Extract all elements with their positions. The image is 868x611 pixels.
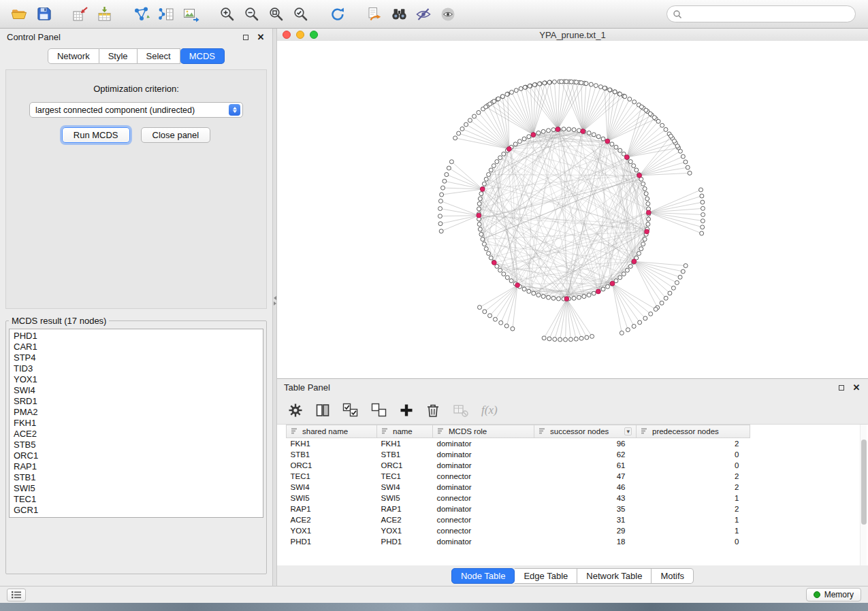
table-cell: 2 xyxy=(637,438,750,449)
select-stepper-icon xyxy=(229,104,240,116)
table-row[interactable]: PHD1PHD1dominator180 xyxy=(287,536,750,547)
scrollbar-thumb[interactable] xyxy=(861,440,867,525)
table-close-icon[interactable]: ✕ xyxy=(852,383,861,393)
column-header-name[interactable]: name xyxy=(377,425,433,438)
table-row[interactable]: TEC1TEC1connector472 xyxy=(287,471,750,482)
table-cell: TEC1 xyxy=(377,471,433,482)
window-minimize-icon[interactable] xyxy=(296,31,304,39)
table-row[interactable]: FKH1FKH1dominator962 xyxy=(287,438,750,449)
zoom-selected-button[interactable] xyxy=(289,3,313,26)
window-zoom-icon[interactable] xyxy=(310,31,318,39)
import-table-button[interactable] xyxy=(93,3,117,26)
memory-button[interactable]: Memory xyxy=(806,588,861,601)
control-panel-title: Control Panel xyxy=(7,32,236,42)
select-all-button[interactable] xyxy=(341,401,360,419)
search-box[interactable] xyxy=(666,5,856,22)
tab-edge-table[interactable]: Edge Table xyxy=(515,568,577,584)
memory-label: Memory xyxy=(824,590,854,599)
tab-network[interactable]: Network xyxy=(48,48,99,64)
open-session-button[interactable] xyxy=(7,3,31,26)
table-row[interactable]: STB1STB1dominator620 xyxy=(287,449,750,460)
tab-select[interactable]: Select xyxy=(138,48,180,64)
task-history-button[interactable] xyxy=(7,589,26,601)
column-header-shared-name[interactable]: shared name xyxy=(287,425,377,438)
deselect-all-button[interactable] xyxy=(370,401,389,419)
table-panel: Table Panel ✕ xyxy=(277,379,868,586)
mcds-result-item[interactable]: ORC1 xyxy=(10,450,263,461)
table-settings-button[interactable] xyxy=(287,401,304,419)
run-mcds-button[interactable]: Run MCDS xyxy=(62,127,130,143)
delete-column-button[interactable] xyxy=(424,401,442,419)
mcds-result-item[interactable]: SWI4 xyxy=(10,385,263,396)
criterion-select[interactable]: largest connected component (undirected) xyxy=(29,102,243,118)
table-row[interactable]: RAP1RAP1dominator352 xyxy=(287,503,750,514)
column-header-MCDS-role[interactable]: MCDS role xyxy=(433,425,534,438)
table-row[interactable]: SWI5SWI5connector431 xyxy=(287,493,750,503)
mcds-result-item[interactable]: STP4 xyxy=(10,352,263,363)
mcds-result-item[interactable]: FKH1 xyxy=(10,418,263,429)
mcds-result-item[interactable]: PHD1 xyxy=(10,331,263,342)
export-image-button[interactable] xyxy=(178,3,203,26)
table-scrollbar[interactable] xyxy=(860,425,867,565)
mcds-result-item[interactable]: RAP1 xyxy=(10,461,263,472)
table-float-icon[interactable] xyxy=(837,383,846,393)
delete-table-button-disabled xyxy=(451,401,470,419)
zoom-out-button[interactable] xyxy=(240,3,264,26)
function-builder-button[interactable]: f(x) xyxy=(480,402,499,418)
mcds-result-item[interactable]: STB1 xyxy=(10,472,263,483)
share-document-button[interactable] xyxy=(362,3,387,26)
table-cell: 1 xyxy=(637,493,750,503)
table-cell: 0 xyxy=(637,449,750,460)
table-cell: 2 xyxy=(637,482,750,493)
show-columns-button[interactable] xyxy=(314,401,332,419)
table-row[interactable]: YOX1YOX1connector291 xyxy=(287,525,750,536)
zoom-fit-button[interactable] xyxy=(264,3,289,26)
save-session-button[interactable] xyxy=(31,3,56,26)
mcds-result-item[interactable]: STB5 xyxy=(10,440,263,450)
network-canvas[interactable] xyxy=(277,41,868,378)
tab-node-table[interactable]: Node Table xyxy=(451,568,515,584)
mcds-result-item[interactable]: TEC1 xyxy=(10,494,263,505)
mcds-result-item[interactable]: GCR1 xyxy=(10,505,263,516)
mcds-result-title: MCDS result (17 nodes) xyxy=(9,316,109,326)
show-button[interactable] xyxy=(436,3,460,26)
tab-style[interactable]: Style xyxy=(99,48,138,64)
tab-mcds[interactable]: MCDS xyxy=(180,48,225,64)
tab-motifs[interactable]: Motifs xyxy=(652,568,694,584)
find-button[interactable] xyxy=(387,3,411,26)
main-toolbar xyxy=(0,0,868,29)
tab-network-table[interactable]: Network Table xyxy=(577,568,652,584)
column-header-successor-nodes[interactable]: successor nodes▾ xyxy=(534,425,637,438)
search-input[interactable] xyxy=(682,9,850,20)
panel-splitter[interactable] xyxy=(272,29,277,586)
mcds-result-item[interactable]: SWI5 xyxy=(10,483,263,494)
add-column-button[interactable] xyxy=(398,402,415,418)
table-cell: connector xyxy=(433,514,534,525)
mcds-result-item[interactable]: TID3 xyxy=(10,363,263,374)
import-network-icon xyxy=(71,5,89,23)
export-table-button[interactable] xyxy=(154,3,178,26)
sort-dropdown-icon[interactable]: ▾ xyxy=(624,427,632,435)
table-row[interactable]: SWI4SWI4dominator462 xyxy=(287,482,750,493)
table-cell: dominator xyxy=(433,482,534,493)
table-row[interactable]: ACE2ACE2connector311 xyxy=(287,514,750,525)
hide-button[interactable] xyxy=(411,3,436,26)
import-network-button[interactable] xyxy=(68,3,93,26)
float-panel-icon[interactable] xyxy=(241,33,251,42)
network-titlebar[interactable]: YPA_prune.txt_1 xyxy=(277,29,868,41)
mcds-result-item[interactable]: ACE2 xyxy=(10,429,263,440)
close-panel-icon[interactable]: ✕ xyxy=(256,33,266,42)
mcds-result-item[interactable]: YOX1 xyxy=(10,374,263,385)
table-row[interactable]: ORC1ORC1dominator610 xyxy=(287,460,750,471)
mcds-result-list[interactable]: PHD1CAR1STP4TID3YOX1SWI4SRD1PMA2FKH1ACE2… xyxy=(9,329,263,518)
column-header-predecessor-nodes[interactable]: predecessor nodes xyxy=(637,425,750,438)
mcds-result-item[interactable]: CAR1 xyxy=(10,342,263,352)
zoom-in-button[interactable] xyxy=(215,3,240,26)
mcds-result-item[interactable]: SRD1 xyxy=(10,396,263,407)
refresh-icon xyxy=(329,5,347,23)
mcds-result-item[interactable]: PMA2 xyxy=(10,407,263,418)
refresh-button[interactable] xyxy=(325,3,350,26)
export-network-button[interactable] xyxy=(129,3,154,26)
close-panel-button[interactable]: Close panel xyxy=(141,127,211,143)
window-close-icon[interactable] xyxy=(283,31,291,39)
